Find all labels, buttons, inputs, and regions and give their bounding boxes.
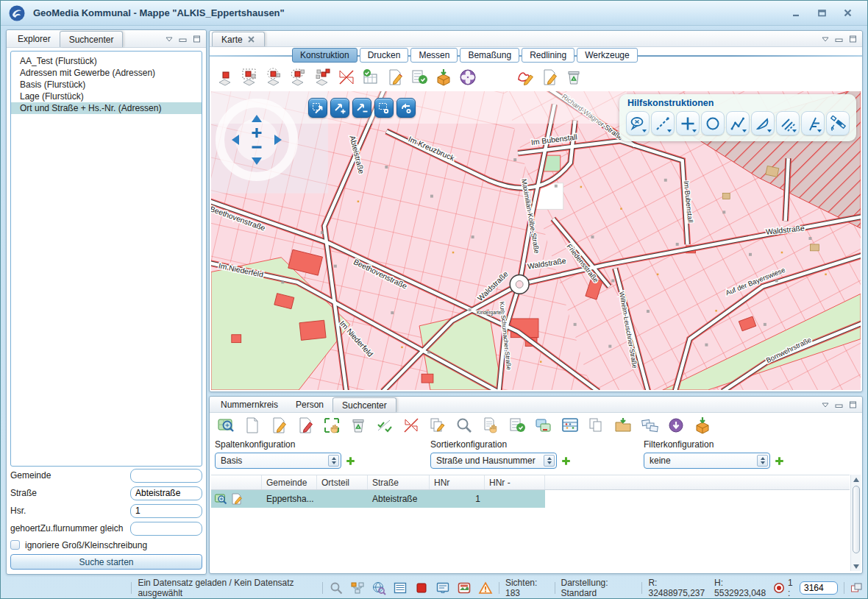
status-hierarchy-icon[interactable] bbox=[350, 581, 365, 595]
parallel-hatch-icon[interactable] bbox=[776, 111, 800, 135]
construction-arc-icon[interactable] bbox=[751, 111, 775, 135]
panel-menu-icon[interactable] bbox=[165, 35, 174, 43]
tab-nummernkreis[interactable]: Nummernkreis bbox=[212, 397, 287, 412]
panel-minimize-icon[interactable] bbox=[179, 35, 188, 43]
scroll-up-icon[interactable] bbox=[852, 475, 861, 484]
remove-link-icon[interactable] bbox=[402, 416, 421, 435]
column-strasse[interactable]: Straße bbox=[368, 475, 430, 489]
perpendicular-icon[interactable] bbox=[801, 111, 825, 135]
ribbon-tab-messen[interactable]: Messen bbox=[410, 48, 458, 63]
select-by-circle-icon[interactable] bbox=[264, 68, 283, 87]
ribbon-tab-bemassung[interactable]: Bemaßung bbox=[460, 48, 519, 63]
construction-line-icon[interactable] bbox=[651, 111, 675, 135]
import-records-icon[interactable] bbox=[613, 416, 633, 435]
export-records-icon[interactable] bbox=[693, 416, 712, 435]
map-canvas[interactable]: Beethovenstraße Beethovenstraße Abteistr… bbox=[211, 91, 861, 390]
minimize-icon[interactable] bbox=[791, 8, 801, 18]
spinner-icon[interactable] bbox=[757, 455, 768, 467]
color-wheel-icon[interactable] bbox=[458, 68, 477, 87]
strasse-field[interactable] bbox=[130, 486, 202, 500]
scroll-down-icon[interactable] bbox=[852, 561, 861, 571]
distribute-records-icon[interactable] bbox=[640, 416, 659, 435]
ribbon-tab-redlining[interactable]: Redlining bbox=[522, 48, 574, 63]
delete-icon[interactable] bbox=[564, 68, 583, 87]
gps-satellite-icon[interactable] bbox=[826, 111, 850, 135]
edit-sheet-icon[interactable] bbox=[540, 68, 559, 87]
table-row[interactable]: Eppertsha... Abteistraße 1 bbox=[211, 490, 545, 508]
table-scrollbar[interactable] bbox=[850, 475, 861, 571]
edit-attributes-icon[interactable] bbox=[385, 68, 405, 87]
detach-window-icon[interactable] bbox=[850, 582, 862, 594]
panel-minimize-icon[interactable] bbox=[835, 401, 844, 408]
list-item[interactable]: AA_Test (Flurstück) bbox=[11, 55, 202, 67]
window-link-icon[interactable] bbox=[534, 416, 553, 435]
spinner-icon[interactable] bbox=[544, 455, 555, 467]
panel-menu-icon[interactable] bbox=[821, 35, 830, 43]
edit-feature-icon[interactable] bbox=[230, 492, 243, 506]
map-pan-zoom-control[interactable] bbox=[214, 97, 299, 182]
column-actions[interactable] bbox=[211, 475, 262, 489]
annotation-x-icon[interactable] bbox=[626, 111, 650, 135]
gemeinde-field[interactable] bbox=[130, 469, 202, 483]
ribbon-tab-konstruktion[interactable]: Konstruktion bbox=[292, 48, 357, 63]
zoom-out-button[interactable] bbox=[352, 98, 371, 118]
ribbon-tab-drucken[interactable]: Drucken bbox=[360, 48, 409, 63]
list-item[interactable]: Basis (Flurstück) bbox=[11, 79, 202, 91]
sortier-config-select[interactable]: Straße und Hausnummer bbox=[430, 453, 557, 469]
column-hnr[interactable]: HNr bbox=[430, 475, 485, 489]
case-insensitive-checkbox[interactable] bbox=[10, 540, 20, 550]
column-gemeinde[interactable]: Gemeinde bbox=[262, 475, 317, 489]
scroll-thumb[interactable] bbox=[853, 486, 860, 553]
add-config-icon[interactable] bbox=[346, 456, 355, 466]
pick-record-icon[interactable] bbox=[481, 416, 500, 435]
edit-record-icon[interactable] bbox=[269, 416, 288, 435]
panel-minimize-icon[interactable] bbox=[835, 35, 844, 43]
column-hnr-bis[interactable]: HNr - bbox=[485, 475, 545, 489]
panel-maximize-icon[interactable] bbox=[849, 35, 858, 43]
status-warning-icon[interactable] bbox=[478, 581, 493, 595]
spinner-icon[interactable] bbox=[328, 455, 339, 467]
column-ortsteil[interactable]: Ortsteil bbox=[317, 475, 368, 489]
suche-starten-button[interactable]: Suche starten bbox=[10, 554, 202, 570]
tab-suchcenter-bottom[interactable]: Suchcenter bbox=[332, 397, 396, 412]
attribute-table-icon[interactable] bbox=[361, 68, 380, 87]
delete-record-icon[interactable] bbox=[349, 416, 368, 435]
ribbon-tab-werkzeuge[interactable]: Werkzeuge bbox=[577, 48, 637, 63]
panel-maximize-icon[interactable] bbox=[193, 35, 202, 43]
export-package-icon[interactable] bbox=[434, 68, 453, 87]
zoom-to-feature-icon[interactable] bbox=[214, 492, 227, 506]
tab-close-icon[interactable] bbox=[247, 35, 255, 43]
add-config-icon[interactable] bbox=[775, 456, 784, 466]
previous-view-button[interactable] bbox=[396, 98, 416, 118]
status-list-view-icon[interactable] bbox=[393, 581, 408, 595]
tab-karte[interactable]: Karte bbox=[212, 32, 265, 46]
status-image-icon[interactable] bbox=[457, 581, 472, 595]
duplicate-edit-icon[interactable] bbox=[428, 416, 447, 435]
scale-input[interactable] bbox=[800, 581, 838, 595]
validate-list-icon[interactable] bbox=[410, 68, 429, 87]
table-view-icon[interactable] bbox=[561, 416, 580, 435]
list-item[interactable]: Lage (Flurstück) bbox=[11, 91, 202, 102]
zoom-box-button[interactable] bbox=[308, 98, 327, 118]
add-config-icon[interactable] bbox=[561, 456, 571, 466]
panel-maximize-icon[interactable] bbox=[849, 401, 858, 408]
list-item-selected[interactable]: Ort und Straße + Hs.-Nr. (Adressen) bbox=[11, 102, 202, 114]
hsr-field[interactable] bbox=[130, 504, 202, 518]
panel-menu-icon[interactable] bbox=[821, 401, 830, 408]
status-monitor-icon[interactable] bbox=[435, 581, 450, 595]
show-extent-button[interactable] bbox=[374, 98, 394, 118]
status-search-icon[interactable] bbox=[329, 581, 344, 595]
tab-explorer[interactable]: Explorer bbox=[9, 30, 60, 47]
edit-record-checked-icon[interactable] bbox=[296, 416, 315, 435]
maximize-icon[interactable] bbox=[817, 8, 827, 18]
tab-suchcenter[interactable]: Suchcenter bbox=[60, 31, 124, 47]
download-record-icon[interactable] bbox=[666, 416, 686, 435]
select-scattered-icon[interactable] bbox=[313, 68, 332, 87]
select-by-lasso-icon[interactable] bbox=[288, 68, 307, 87]
select-in-map-icon[interactable] bbox=[322, 416, 341, 435]
apply-check-icon[interactable] bbox=[375, 416, 394, 435]
swap-geometry-icon[interactable] bbox=[337, 68, 356, 87]
new-record-icon[interactable] bbox=[243, 416, 262, 435]
construction-point-icon[interactable] bbox=[676, 111, 700, 135]
zoom-to-record-icon[interactable] bbox=[216, 416, 235, 435]
